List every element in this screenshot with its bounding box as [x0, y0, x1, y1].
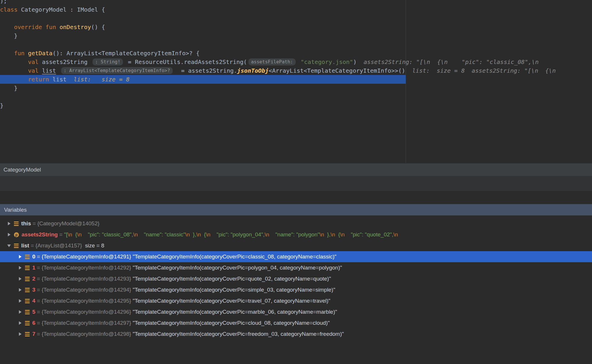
- variable-row-item-1[interactable]: 1 = {TemplateCategoryItemInfo@14292} "Te…: [0, 262, 592, 273]
- code-token: [24, 50, 28, 57]
- value-icon: [14, 222, 19, 226]
- value-token: =: [31, 220, 38, 226]
- parameter-icon: [14, 232, 19, 237]
- code-token: = ResourceUtils.readAssets2String(: [124, 58, 247, 65]
- variable-row-item-3[interactable]: 3 = {TemplateCategoryItemInfo@14294} "Te…: [0, 284, 592, 295]
- escape-sequence-token: \n: [320, 231, 324, 238]
- value-token: "pic": "quote_02",: [345, 231, 393, 238]
- code-token: fun: [14, 50, 24, 57]
- variable-row-item-2[interactable]: 2 = {TemplateCategoryItemInfo@14293} "Te…: [0, 273, 592, 284]
- variable-text: 7 = {TemplateCategoryItemInfo@14298} "Te…: [32, 331, 344, 337]
- variable-text: 2 = {TemplateCategoryItemInfo@14293} "Te…: [32, 276, 331, 282]
- code-line[interactable]: }: [0, 84, 592, 92]
- code-token: );: [0, 0, 7, 4]
- editor-lines: );class CategoryModel : IModel { overrid…: [0, 0, 592, 110]
- variable-row-item-4[interactable]: 4 = {TemplateCategoryItemInfo@14295} "Te…: [0, 295, 592, 306]
- value-token: "name": "classic": [138, 231, 185, 238]
- expand-arrow-icon[interactable]: [17, 265, 23, 271]
- debug-toolbar-band: [0, 176, 592, 191]
- execution-point-line[interactable]: return list list: size = 8: [0, 75, 592, 84]
- expand-arrow-icon[interactable]: [17, 287, 23, 293]
- variable-text: this = {CategoryModel@14052}: [21, 220, 99, 227]
- value-token: "TemplateCategoryItemInfo(categoryCoverP…: [131, 309, 337, 315]
- inlay-hint-chip: assetsFilePath:: [248, 58, 296, 65]
- value-token: {ArrayList@14157}: [35, 242, 82, 249]
- code-line[interactable]: override fun onDestroy() {: [0, 23, 592, 31]
- code-token: class: [0, 6, 17, 13]
- code-token: assets2String: [38, 58, 91, 65]
- code-token: }: [0, 102, 3, 109]
- expand-arrow-icon[interactable]: [17, 298, 23, 304]
- value-token: {TemplateCategoryItemInfo@14298}: [42, 331, 131, 337]
- variable-row-this[interactable]: this = {CategoryModel@14052}: [0, 218, 592, 229]
- code-token: list: [42, 67, 56, 74]
- value-token: list: [21, 242, 29, 249]
- variable-row-list[interactable]: list = {ArrayList@14157} size = 8: [0, 240, 592, 251]
- code-token: [0, 67, 28, 74]
- expand-arrow-icon[interactable]: [17, 320, 23, 326]
- value-token: {: [201, 231, 206, 238]
- breadcrumb-class-label[interactable]: CategoryModel: [3, 167, 41, 173]
- code-token: fun: [46, 24, 56, 31]
- variable-text: 1 = {TemplateCategoryItemInfo@14292} "Te…: [32, 265, 342, 271]
- code-line[interactable]: );: [0, 0, 592, 5]
- expand-arrow-icon[interactable]: [6, 231, 12, 238]
- variable-row-item-0[interactable]: 0 = {TemplateCategoryItemInfo@14291} "Te…: [0, 251, 592, 262]
- variable-row-item-6[interactable]: 6 = {TemplateCategoryItemInfo@14297} "Te…: [0, 317, 592, 329]
- escape-sequence-token: \n: [133, 231, 138, 238]
- value-token: "TemplateCategoryItemInfo(categoryCoverP…: [131, 287, 335, 293]
- variable-text: 0 = {TemplateCategoryItemInfo@14291} "Te…: [32, 254, 336, 260]
- value-token: "TemplateCategoryItemInfo(categoryCoverP…: [131, 265, 342, 271]
- value-token: assets2String: [22, 231, 58, 238]
- value-token: =: [35, 265, 42, 271]
- value-token: "TemplateCategoryItemInfo(categoryCoverP…: [131, 320, 330, 326]
- expand-arrow-icon[interactable]: [17, 331, 23, 337]
- code-line[interactable]: [0, 92, 592, 101]
- escape-sequence-token: \n: [185, 231, 190, 238]
- expand-arrow-icon[interactable]: [17, 309, 23, 315]
- code-line[interactable]: val list : ArrayList<TemplateCategoryIte…: [0, 66, 592, 75]
- code-token: [297, 58, 301, 65]
- escape-sequence-token: \n: [331, 231, 335, 238]
- collapse-arrow-icon[interactable]: [6, 242, 12, 249]
- variable-text: 5 = {TemplateCategoryItemInfo@14296} "Te…: [32, 309, 337, 315]
- variable-row-item-7[interactable]: 7 = {TemplateCategoryItemInfo@14298} "Te…: [0, 329, 592, 340]
- value-token: =: [35, 320, 42, 326]
- inlay-hint-chip: : ArrayList<TemplateCategoryItemInfo>?: [61, 67, 173, 74]
- value-icon: [25, 299, 30, 303]
- code-token: onDestroy: [60, 24, 91, 31]
- value-token: {CategoryModel@14052}: [37, 220, 99, 226]
- expand-arrow-icon[interactable]: [6, 220, 12, 227]
- code-line[interactable]: class CategoryModel : IModel {: [0, 5, 592, 14]
- value-token: {TemplateCategoryItemInfo@14294}: [42, 287, 131, 293]
- code-token: ): [353, 58, 363, 65]
- escape-sequence-token: \n: [206, 231, 211, 238]
- variable-row-item-5[interactable]: 5 = {TemplateCategoryItemInfo@14296} "Te…: [0, 306, 592, 317]
- value-token: "pic": "polygon_04",: [211, 231, 265, 238]
- expand-arrow-icon[interactable]: [17, 276, 23, 282]
- ide-debug-window: );class CategoryModel : IModel { overrid…: [0, 0, 592, 364]
- inline-debugger-value: list: size = 8: [74, 76, 130, 83]
- code-token: }: [0, 85, 17, 92]
- breadcrumb-bar: CategoryModel: [0, 163, 592, 176]
- value-token: 6: [32, 320, 35, 326]
- value-token: =: [35, 254, 42, 260]
- code-line[interactable]: fun getData(): ArrayList<TemplateCategor…: [0, 49, 592, 58]
- code-token: [56, 24, 60, 31]
- variable-row-assets2String[interactable]: assets2String = "[\n {\n "pic": "classic…: [0, 229, 592, 240]
- code-line[interactable]: }: [0, 101, 592, 110]
- inline-debugger-value: assets2String: "[\n {\n "pic": "classic_…: [364, 58, 539, 65]
- code-line[interactable]: val assets2String : String! = ResourceUt…: [0, 58, 592, 66]
- expand-arrow-icon[interactable]: [17, 254, 23, 260]
- value-token: {: [72, 231, 77, 238]
- value-token: "TemplateCategoryItemInfo(categoryCoverP…: [131, 331, 344, 337]
- code-token: val: [28, 67, 38, 74]
- code-editor: );class CategoryModel : IModel { overrid…: [0, 0, 592, 163]
- code-line[interactable]: }: [0, 31, 592, 40]
- escape-sequence-token: \n: [340, 231, 345, 238]
- code-token: getData: [28, 50, 52, 57]
- value-token: =: [35, 309, 42, 315]
- code-line[interactable]: [0, 14, 592, 23]
- code-line[interactable]: [0, 40, 592, 49]
- value-token: {: [335, 231, 340, 238]
